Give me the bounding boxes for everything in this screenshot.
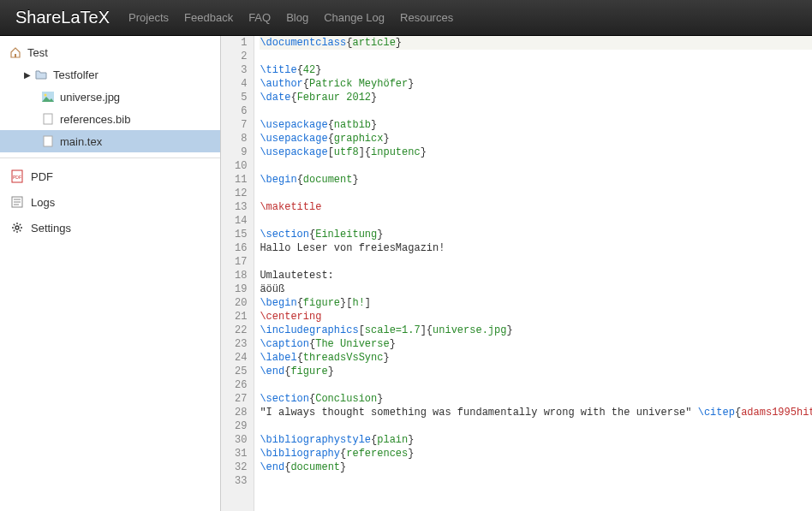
code-line[interactable]: \label{threadsVsSync} <box>260 351 812 365</box>
file-label: universe.jpg <box>60 91 120 104</box>
file-main-tex[interactable]: main.tex <box>0 130 220 152</box>
svg-line-16 <box>14 224 15 225</box>
code-line[interactable]: \bibliographystyle{plain} <box>260 433 812 447</box>
code-line[interactable]: \section{Conclusion} <box>260 392 812 406</box>
home-icon <box>9 45 22 59</box>
file-icon <box>41 134 55 148</box>
side-settings[interactable]: Settings <box>0 215 220 241</box>
side-label: PDF <box>31 170 53 183</box>
code-line[interactable] <box>260 104 812 118</box>
svg-line-19 <box>20 224 21 225</box>
nav-feedback[interactable]: Feedback <box>184 11 233 24</box>
code-line[interactable]: \usepackage{natbib} <box>260 118 812 132</box>
code-line[interactable] <box>260 419 812 433</box>
code-line[interactable] <box>260 50 812 63</box>
main-container: Test ▶ Testfolfer universe.jpgreferences… <box>0 36 812 511</box>
file-icon <box>41 112 55 126</box>
nav-blog[interactable]: Blog <box>286 11 308 24</box>
side-label: Logs <box>31 196 55 209</box>
tree-folder[interactable]: ▶ Testfolfer <box>0 63 220 86</box>
code-content[interactable]: \documentclass{article} \title{42}\autho… <box>254 36 812 511</box>
code-line[interactable]: äöüß <box>260 282 812 296</box>
settings-icon <box>10 221 24 235</box>
side-label: Settings <box>31 222 71 235</box>
code-line[interactable] <box>260 187 812 200</box>
pdf-icon: PDF <box>10 169 24 183</box>
svg-rect-4 <box>44 136 52 146</box>
code-line[interactable]: Umlautetest: <box>260 269 812 282</box>
code-line[interactable]: \documentclass{article} <box>260 36 812 50</box>
code-line[interactable]: \bibliography{references} <box>260 447 812 460</box>
line-gutter: 1234567891011121314151617181920212223242… <box>221 36 254 511</box>
nav-resources[interactable]: Resources <box>400 11 453 24</box>
code-line[interactable]: \begin{figure}[h!] <box>260 296 812 310</box>
svg-rect-3 <box>44 114 52 124</box>
file-references-bib[interactable]: references.bib <box>0 108 220 130</box>
svg-text:PDF: PDF <box>13 175 21 180</box>
file-label: references.bib <box>60 113 130 126</box>
code-line[interactable]: "I always thought something was fundamen… <box>260 406 812 419</box>
code-line[interactable]: \title{42} <box>260 63 812 77</box>
file-universe-jpg[interactable]: universe.jpg <box>0 86 220 108</box>
navbar: ShareLaTeX ProjectsFeedbackFAQBlogChange… <box>0 0 812 36</box>
code-line[interactable] <box>260 378 812 392</box>
code-line[interactable]: \maketitle <box>260 200 812 214</box>
nav-faq[interactable]: FAQ <box>248 11 271 24</box>
tree-root-label: Test <box>27 46 48 59</box>
code-line[interactable]: \caption{The Universe} <box>260 337 812 351</box>
folder-icon <box>34 68 48 81</box>
code-line[interactable]: \usepackage{graphicx} <box>260 132 812 146</box>
code-line[interactable]: \end{document} <box>260 460 812 474</box>
svg-point-2 <box>45 94 47 97</box>
brand-logo[interactable]: ShareLaTeX <box>15 8 110 27</box>
nav-projects[interactable]: Projects <box>128 11 169 24</box>
code-editor[interactable]: 1234567891011121314151617181920212223242… <box>221 36 812 511</box>
code-line[interactable] <box>260 214 812 228</box>
side-logs[interactable]: Logs <box>0 189 220 215</box>
code-line[interactable] <box>260 474 812 488</box>
file-icon <box>41 90 55 104</box>
code-line[interactable]: \includegraphics[scale=1.7]{universe.jpg… <box>260 324 812 337</box>
logs-icon <box>10 195 24 209</box>
code-line[interactable]: \section{Einleitung} <box>260 228 812 241</box>
code-line[interactable]: \date{Febraur 2012} <box>260 91 812 104</box>
code-line[interactable]: \usepackage[utf8]{inputenc} <box>260 146 812 159</box>
nav-change-log[interactable]: Change Log <box>324 11 385 24</box>
code-line[interactable]: \begin{document} <box>260 173 812 187</box>
svg-line-18 <box>14 230 15 231</box>
side-pdf[interactable]: PDFPDF <box>0 163 220 189</box>
code-line[interactable]: \centering <box>260 310 812 324</box>
code-line[interactable]: \end{figure} <box>260 365 812 378</box>
code-line[interactable]: Hallo Leser von freiesMagazin! <box>260 241 812 255</box>
code-line[interactable] <box>260 255 812 269</box>
svg-line-17 <box>20 230 21 231</box>
code-line[interactable] <box>260 159 812 173</box>
code-line[interactable]: \author{Patrick Meyhöfer} <box>260 77 812 91</box>
tree-root[interactable]: Test <box>0 41 220 63</box>
chevron-right-icon: ▶ <box>24 70 33 80</box>
svg-point-11 <box>15 226 19 229</box>
file-label: main.tex <box>60 135 102 148</box>
svg-rect-0 <box>15 54 16 57</box>
divider <box>0 157 220 158</box>
sidebar: Test ▶ Testfolfer universe.jpgreferences… <box>0 36 221 511</box>
tree-folder-label: Testfolfer <box>53 68 99 81</box>
